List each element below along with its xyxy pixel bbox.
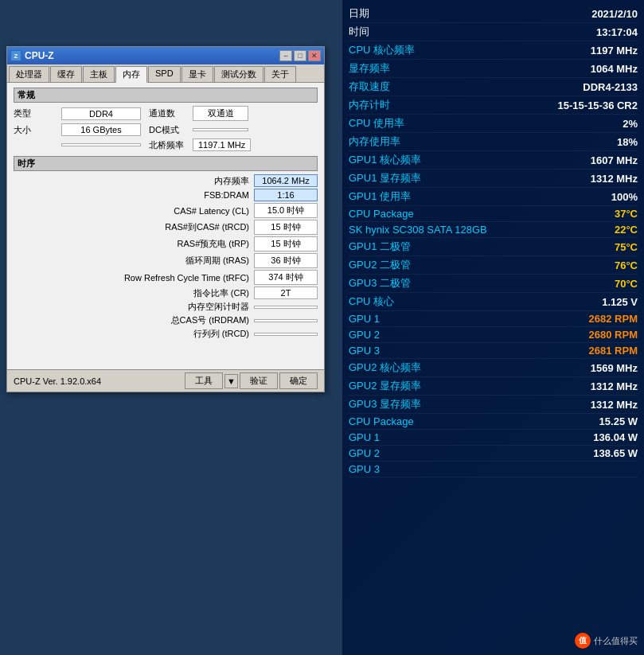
- hw-row: 内存计时15-15-15-36 CR2: [349, 96, 638, 115]
- hw-row: GPU3 二极管70°C: [349, 275, 638, 293]
- hw-row: SK hynix SC308 SATA 128GB22°C: [349, 222, 638, 238]
- ras-to-cas-row: RAS#到CAS# (tRCD) 15 时钟: [14, 220, 318, 235]
- bottom-tools: 工具 ▼ 验证 确定: [185, 372, 318, 389]
- tab-mainboard[interactable]: 主板: [83, 66, 115, 82]
- size-label: 大小: [14, 124, 61, 136]
- hw-label: GPU1 显存频率: [349, 171, 421, 185]
- hw-label: GPU2 核心频率: [349, 361, 421, 375]
- hw-value: 2021/2/10: [591, 8, 638, 20]
- version-text: CPU-Z Ver. 1.92.0.x64: [14, 376, 101, 386]
- timing-section: 时序 内存频率 1064.2 MHz FSB:DRAM 1:16 CAS# La…: [14, 156, 318, 340]
- hw-row: CPU 使用率2%: [349, 115, 638, 133]
- minimize-button[interactable]: –: [279, 50, 292, 61]
- maximize-button[interactable]: □: [294, 50, 306, 61]
- ras-to-cas-value: 15 时钟: [254, 220, 318, 235]
- close-button[interactable]: ✕: [308, 50, 321, 61]
- dc-label: DC模式: [149, 124, 193, 136]
- hw-label: GPU1 二极管: [349, 240, 411, 254]
- hw-value: 37°C: [615, 208, 638, 220]
- tab-about[interactable]: 关于: [264, 66, 296, 82]
- type-value: DDR4: [61, 107, 141, 120]
- hw-value: 2681 RPM: [589, 345, 638, 357]
- size-row: 大小 16 GBytes DC模式: [14, 123, 318, 136]
- hw-row: GPU1 使用率100%: [349, 188, 638, 206]
- hw-value: 15-15-15-36 CR2: [558, 99, 638, 111]
- tab-gpu[interactable]: 显卡: [181, 66, 213, 82]
- hw-row: GPU1 显存频率1312 MHz: [349, 170, 638, 188]
- hw-label: GPU1 使用率: [349, 189, 411, 204]
- hw-label: CPU 核心: [349, 294, 394, 309]
- channel-label: 通道数: [149, 107, 193, 119]
- hw-label: 内存使用率: [349, 135, 400, 149]
- general-section-title: 常规: [14, 88, 318, 103]
- hw-label: GPU2 二极管: [349, 258, 411, 272]
- window-controls: – □ ✕: [279, 50, 321, 61]
- tab-cache[interactable]: 缓存: [50, 66, 82, 82]
- hw-label: GPU 3: [349, 463, 380, 475]
- total-cas-row: 总CAS号 (tRDRAM): [14, 314, 318, 326]
- size-value: 16 GBytes: [61, 123, 141, 136]
- hw-value: 1064 MHz: [591, 63, 638, 75]
- hw-row: GPU 32681 RPM: [349, 343, 638, 359]
- window-title: CPU-Z: [25, 50, 54, 61]
- hw-row: GPU 1136.04 W: [349, 430, 638, 446]
- hw-value: DDR4-2133: [583, 81, 638, 93]
- hw-row: 显存频率1064 MHz: [349, 60, 638, 78]
- verify-button[interactable]: 验证: [240, 372, 278, 389]
- hw-row: 存取速度DDR4-2133: [349, 78, 638, 96]
- hw-label: GPU 2: [349, 447, 380, 459]
- hw-label: 内存计时: [349, 98, 390, 112]
- tools-dropdown[interactable]: ▼: [224, 374, 238, 388]
- total-cas-value: [254, 319, 318, 322]
- nb-spacer: [61, 143, 141, 146]
- tab-memory[interactable]: 内存: [115, 66, 147, 83]
- cas-label: CAS# Latency (CL): [14, 206, 254, 216]
- hw-value: 1197 MHz: [591, 45, 638, 57]
- cr-row: 指令比率 (CR) 2T: [14, 287, 318, 299]
- cr-value: 2T: [254, 287, 318, 299]
- hw-row: GPU3 显存频率1312 MHz: [349, 396, 638, 414]
- memory-content: 常规 类型 DDR4 通道数 双通道 大小 16 GBytes DC模式 北桥频…: [7, 83, 324, 348]
- nb-value: 1197.1 MHz: [193, 138, 251, 151]
- fsb-row: FSB:DRAM 1:16: [14, 189, 318, 201]
- watermark: 值 什么值得买: [575, 633, 638, 649]
- fsb-label: FSB:DRAM: [14, 190, 254, 200]
- hw-value: 2682 RPM: [589, 313, 638, 325]
- hw-label: GPU 1: [349, 431, 380, 443]
- tab-bench[interactable]: 测试分数: [214, 66, 263, 82]
- hw-label: GPU 2: [349, 329, 380, 341]
- idle-timer-value: [254, 306, 318, 309]
- hw-value: 2%: [623, 118, 638, 130]
- row-refresh-value: 374 时钟: [254, 270, 318, 285]
- app-icon: Z: [10, 50, 21, 61]
- hw-value: 1312 MHz: [591, 399, 638, 411]
- hw-value: 13:17:04: [596, 26, 638, 38]
- general-section: 常规 类型 DDR4 通道数 双通道 大小 16 GBytes DC模式 北桥频…: [14, 88, 318, 151]
- mem-freq-row: 内存频率 1064.2 MHz: [14, 174, 318, 187]
- hw-value: 75°C: [615, 241, 638, 253]
- hw-label: 时间: [349, 25, 369, 39]
- tools-button[interactable]: 工具: [185, 372, 223, 389]
- hw-row: GPU2 显存频率1312 MHz: [349, 377, 638, 396]
- ras-precharge-label: RAS#预充电 (tRP): [14, 238, 254, 250]
- hw-value: 100%: [611, 191, 638, 203]
- hw-label: 显存频率: [349, 61, 390, 76]
- ok-button[interactable]: 确定: [279, 372, 318, 389]
- hw-row: GPU 3: [349, 462, 638, 478]
- hw-label: GPU2 显存频率: [349, 379, 421, 393]
- cas-row: CAS# Latency (CL) 15.0 时钟: [14, 203, 318, 218]
- cr-label: 指令比率 (CR): [14, 287, 254, 299]
- hwinfo-panel: 日期2021/2/10时间13:17:04CPU 核心频率1197 MHz显存频…: [342, 0, 644, 655]
- hw-row: GPU1 二极管75°C: [349, 238, 638, 256]
- hw-value: 1607 MHz: [591, 154, 638, 166]
- row-col-row: 行列列 (tRCD): [14, 328, 318, 340]
- tab-spd[interactable]: SPD: [148, 66, 181, 82]
- hw-value: 136.04 W: [593, 431, 638, 443]
- tab-processor[interactable]: 处理器: [9, 66, 49, 82]
- hw-row: GPU1 核心频率1607 MHz: [349, 151, 638, 170]
- hw-label: GPU3 显存频率: [349, 397, 421, 411]
- hw-label: 存取速度: [349, 80, 390, 94]
- window-titlebar: Z CPU-Z – □ ✕: [7, 47, 324, 64]
- hw-label: SK hynix SC308 SATA 128GB: [349, 224, 487, 236]
- hw-label: CPU 使用率: [349, 116, 404, 131]
